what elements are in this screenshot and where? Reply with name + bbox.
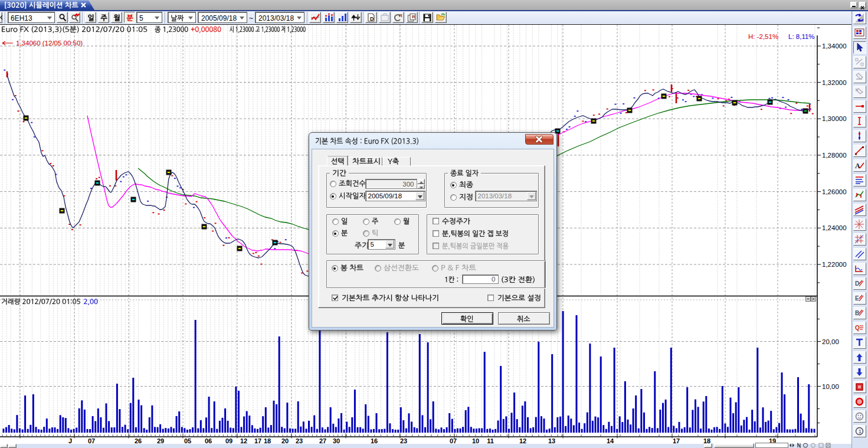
svg-text:1,22000: 1,22000 <box>822 261 847 268</box>
svg-text:1,24000: 1,24000 <box>822 224 847 231</box>
svg-text:1: 1 <box>859 428 862 434</box>
svg-text:Q: Q <box>855 325 860 331</box>
svg-text:1,34000: 1,34000 <box>822 42 847 50</box>
svg-text:R: R <box>412 14 415 19</box>
svg-text:E: E <box>855 295 859 302</box>
svg-text:H: -2,51%: H: -2,51% <box>748 33 778 40</box>
svg-text:1,34060 (12/05 00:50): 1,34060 (12/05 00:50) <box>16 40 83 47</box>
svg-text:B: B <box>855 310 859 316</box>
svg-text:10,00: 10,00 <box>822 383 839 390</box>
svg-text:20,00: 20,00 <box>822 338 839 345</box>
svg-text:A: A <box>855 162 860 170</box>
svg-text:L: 8,11%: L: 8,11% <box>788 33 815 40</box>
svg-text:D: D <box>370 16 374 22</box>
svg-text:1,28000: 1,28000 <box>822 152 847 159</box>
svg-text:D: D <box>855 280 859 287</box>
svg-text:R: R <box>399 13 402 18</box>
svg-text:1,32000: 1,32000 <box>822 79 847 86</box>
svg-text:1,26000: 1,26000 <box>822 188 847 195</box>
svg-text:1,30000: 1,30000 <box>822 115 847 122</box>
